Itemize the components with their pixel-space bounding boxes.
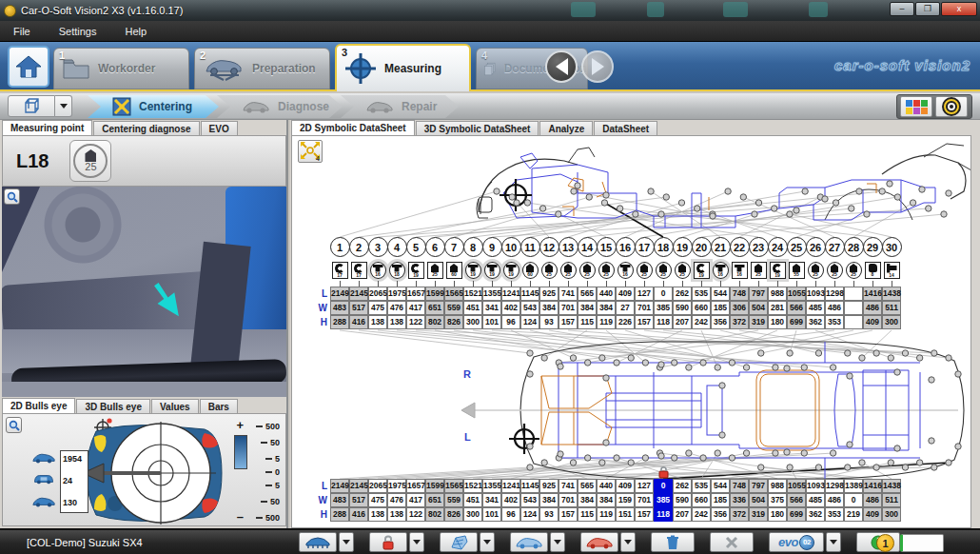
cell-W-4[interactable]: 476	[387, 301, 406, 315]
adapter-icon-8[interactable]: 19	[465, 262, 481, 279]
cell-H-4[interactable]: 138	[387, 315, 406, 329]
view-dropdown-button[interactable]	[55, 95, 72, 117]
adapter-icon-17[interactable]: 25	[637, 262, 653, 279]
cell-H-24[interactable]: 180	[768, 507, 787, 522]
adapter-icon-2[interactable]: 17	[351, 262, 367, 279]
cell-H-30[interactable]: 300	[882, 315, 901, 329]
cell-W-28[interactable]	[844, 301, 863, 315]
cell-L-21[interactable]: 544	[711, 479, 730, 493]
cell-W-6[interactable]: 651	[425, 493, 444, 507]
point-number-4[interactable]: 4	[387, 237, 407, 257]
point-number-25[interactable]: 25	[787, 237, 807, 257]
tab-2d-bullseye[interactable]: 2D Bulls eye	[2, 398, 75, 413]
point-number-20[interactable]: 20	[692, 237, 712, 257]
cell-L-23[interactable]: 797	[749, 479, 768, 493]
color-legend-button[interactable]	[900, 96, 932, 117]
cell-W-20[interactable]: 660	[692, 301, 711, 315]
cell-H-17[interactable]: 157	[635, 507, 654, 522]
cell-W-19[interactable]: 590	[673, 493, 692, 507]
cell-L-14[interactable]: 565	[578, 479, 597, 493]
cell-W-1[interactable]: 483	[330, 301, 349, 315]
point-number-18[interactable]: 18	[654, 237, 674, 257]
cell-W-22[interactable]: 336	[730, 493, 749, 507]
cell-W-4[interactable]: 476	[387, 493, 406, 507]
cell-L-4[interactable]: 1975	[387, 479, 406, 493]
adapter-icon-18[interactable]: 25	[656, 262, 672, 279]
cell-H-18[interactable]: 118	[654, 507, 673, 522]
bench-button[interactable]	[440, 532, 478, 552]
adapter-icon-28[interactable]: 25	[846, 262, 862, 279]
close-measure-button[interactable]	[710, 532, 754, 552]
cell-W-14[interactable]: 384	[578, 493, 597, 507]
cell-L-4[interactable]: 1975	[387, 287, 406, 301]
cell-H-10[interactable]: 96	[501, 315, 520, 329]
tab-2d-symbolic[interactable]: 2D Symbolic DataSheet	[291, 120, 415, 135]
cell-W-12[interactable]: 384	[539, 493, 559, 507]
cell-H-8[interactable]: 300	[463, 315, 482, 329]
point-number-3[interactable]: 3	[368, 237, 388, 257]
cell-L-13[interactable]: 741	[559, 479, 578, 493]
cell-W-15[interactable]: 384	[597, 493, 616, 507]
adapter-icon-27[interactable]: 25	[827, 262, 843, 279]
cell-H-4[interactable]: 138	[387, 507, 406, 522]
adapter-icon-29[interactable]: 8	[865, 262, 881, 279]
vehicle-top-button[interactable]	[299, 532, 337, 552]
tab-measuring[interactable]: 3 Measuring	[335, 44, 471, 91]
cell-H-28[interactable]: 219	[844, 507, 863, 522]
cell-W-21[interactable]: 185	[711, 493, 730, 507]
cell-L-17[interactable]: 127	[635, 479, 654, 493]
cell-W-27[interactable]: 486	[825, 301, 844, 315]
tab-3d-bullseye[interactable]: 3D Bulls eye	[76, 399, 149, 413]
cell-L-17[interactable]: 127	[635, 287, 654, 301]
cell-H-25[interactable]: 699	[787, 507, 806, 522]
point-number-7[interactable]: 7	[444, 237, 464, 257]
view-cube-button[interactable]	[8, 95, 55, 117]
cell-H-26[interactable]: 362	[806, 315, 825, 329]
cell-L-28[interactable]	[844, 287, 863, 301]
cell-L-6[interactable]: 1599	[425, 287, 444, 301]
cell-L-3[interactable]: 2065	[368, 287, 387, 301]
cell-W-13[interactable]: 701	[559, 493, 578, 507]
menu-file[interactable]: File	[10, 24, 34, 39]
cell-L-9[interactable]: 1355	[482, 287, 501, 301]
cell-H-22[interactable]: 372	[730, 507, 749, 522]
cell-W-12[interactable]: 384	[539, 301, 559, 315]
cell-W-30[interactable]: 511	[882, 301, 901, 315]
nav-back-button[interactable]	[545, 50, 578, 83]
point-number-26[interactable]: 26	[806, 237, 826, 257]
car-side-button[interactable]	[510, 532, 548, 552]
cell-H-11[interactable]: 124	[520, 507, 539, 522]
cell-H-13[interactable]: 157	[559, 507, 578, 522]
point-number-30[interactable]: 30	[882, 237, 902, 257]
point-number-13[interactable]: 13	[559, 237, 578, 257]
point-number-10[interactable]: 10	[501, 237, 521, 257]
cell-W-10[interactable]: 402	[501, 301, 520, 315]
cell-L-11[interactable]: 1145	[520, 287, 539, 301]
car-side-dropdown[interactable]	[550, 532, 565, 552]
cell-W-27[interactable]: 486	[825, 493, 844, 507]
cell-L-12[interactable]: 925	[539, 479, 559, 493]
cell-W-3[interactable]: 475	[368, 493, 387, 507]
cell-H-27[interactable]: 353	[825, 315, 844, 329]
cell-L-2[interactable]: 2145	[349, 479, 368, 493]
adapter-icon-19[interactable]: 25	[675, 262, 691, 279]
cell-W-17[interactable]: 701	[635, 493, 654, 507]
cell-L-5[interactable]: 1657	[406, 287, 425, 301]
lock-dropdown[interactable]	[409, 532, 424, 552]
tab-evo[interactable]: EVO	[201, 121, 238, 135]
cell-L-20[interactable]: 535	[692, 287, 711, 301]
cell-H-16[interactable]: 151	[616, 507, 635, 522]
point-number-9[interactable]: 9	[482, 237, 502, 257]
cell-W-26[interactable]: 485	[806, 301, 825, 315]
cell-L-8[interactable]: 1521	[463, 287, 482, 301]
bullseye-view-button[interactable]	[935, 96, 968, 117]
cell-L-25[interactable]: 1055	[787, 287, 806, 301]
cell-H-10[interactable]: 96	[501, 507, 520, 522]
cell-W-15[interactable]: 384	[597, 301, 616, 315]
cell-W-29[interactable]: 486	[863, 493, 882, 507]
tab-measuring-point[interactable]: Measuring point	[2, 120, 92, 135]
lock-button[interactable]	[369, 532, 407, 552]
adapter-icon-16[interactable]: 16	[617, 262, 634, 279]
tab-preparation[interactable]: 2 Preparation	[194, 48, 330, 89]
adapter-icon-6[interactable]: 25	[427, 262, 443, 279]
